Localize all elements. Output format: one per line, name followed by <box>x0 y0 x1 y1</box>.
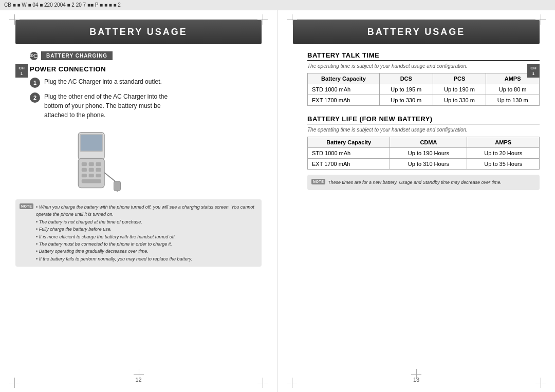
svg-rect-16 <box>82 179 101 183</box>
right-ch-indicator: CH 1 <box>527 64 540 78</box>
battery-life-subtitle: The operating time is subject to your ha… <box>307 127 540 133</box>
battery-life-title: BATTERY LIFE (FOR NEW BATTERY) <box>307 115 540 124</box>
talk-time-subtitle: The operating time is subject to your ha… <box>307 63 540 69</box>
right-corner-crosshair-tl <box>287 14 297 25</box>
step-2-text: Plug the other end of the AC Charger int… <box>44 92 168 120</box>
talk-row2-col1: EXT 1700 mAh <box>308 95 380 106</box>
right-ch-label: CH <box>527 65 540 71</box>
table-row: EXT 1700 mAh Up to 330 m Up to 330 m Up … <box>308 95 540 106</box>
power-connection-title: POWER CONNECTION <box>30 65 262 73</box>
svg-rect-10 <box>82 168 87 172</box>
right-ch-number: 1 <box>527 71 540 77</box>
talk-col-dcs: DCS <box>379 73 433 84</box>
left-page: BATTERY USAGE CH 1 BATTERY CHARGING POWE… <box>0 10 278 392</box>
corner-crosshair-br <box>257 378 268 388</box>
right-corner-crosshair-bl <box>287 378 297 388</box>
life-col-capacity: Battery Capacity <box>308 137 390 148</box>
left-header-title: BATTERY USAGE <box>89 27 188 38</box>
talk-row1-col1: STD 1000 mAh <box>308 84 380 95</box>
talk-col-pcs: PCS <box>433 73 486 84</box>
left-page-header: BATTERY USAGE <box>15 20 262 44</box>
battery-charging-badge: BATTERY CHARGING <box>41 51 113 60</box>
talk-row2-col3: Up to 330 m <box>433 95 486 106</box>
left-note-text: • When you charge the battery with the p… <box>36 203 256 263</box>
right-note-text: These times are for a new battery. Usage… <box>328 179 534 186</box>
svg-rect-1 <box>33 55 34 57</box>
right-page: BATTERY USAGE CH 1 BATTERY TALK TIME The… <box>278 10 555 392</box>
step-1: 1 Plug the AC Charger into a standard ou… <box>30 77 262 88</box>
phone-illustration <box>59 130 126 192</box>
right-note-label: NOTE <box>311 179 325 184</box>
life-row1-col1: STD 1000 mAh <box>308 148 390 159</box>
svg-rect-2 <box>31 55 32 57</box>
svg-rect-8 <box>89 162 94 166</box>
battery-charging-section: BATTERY CHARGING <box>30 51 262 60</box>
right-note-box: NOTE These times are for a new battery. … <box>307 175 540 190</box>
talk-row1-col3: Up to 190 m <box>433 84 486 95</box>
table-row: EXT 1700 mAh Up to 310 Hours Up to 35 Ho… <box>308 159 540 170</box>
talk-row2-col2: Up to 330 m <box>379 95 433 106</box>
step-2-number: 2 <box>30 92 40 103</box>
corner-crosshair-tl <box>9 14 20 25</box>
top-bar: CB ■ ■ W ■ 04 ■ 220 2004 ■ 2 20 7 ■■ P ■… <box>0 0 555 10</box>
life-col-cdma: CDMA <box>390 137 467 148</box>
svg-rect-14 <box>89 174 94 177</box>
svg-rect-18 <box>114 181 121 191</box>
talk-row2-col4: Up to 130 m <box>486 95 540 106</box>
right-corner-crosshair-tr <box>535 14 546 25</box>
svg-rect-12 <box>96 168 101 172</box>
left-ch-indicator: CH 1 <box>15 64 28 78</box>
life-row2-col2: Up to 310 Hours <box>390 159 467 170</box>
table-row: STD 1000 mAh Up to 195 m Up to 190 m Up … <box>308 84 540 95</box>
left-ch-label: CH <box>15 65 28 71</box>
corner-crosshair-tr <box>257 14 268 25</box>
top-bar-text: CB ■ ■ W ■ 04 ■ 220 2004 ■ 2 20 7 ■■ P ■… <box>4 2 121 8</box>
svg-rect-11 <box>89 168 94 172</box>
svg-line-17 <box>104 173 116 182</box>
talk-time-title: BATTERY TALK TIME <box>307 51 540 61</box>
left-ch-number: 1 <box>15 71 28 77</box>
right-corner-crosshair-br <box>535 378 546 388</box>
svg-rect-15 <box>96 174 101 177</box>
step-2: 2 Plug the other end of the AC Charger i… <box>30 92 262 120</box>
left-note-label: NOTE <box>20 203 33 209</box>
talk-row1-col2: Up to 195 m <box>379 84 433 95</box>
talk-time-table: Battery Capacity DCS PCS AMPS STD 1000 m… <box>307 73 540 106</box>
svg-rect-13 <box>82 174 87 177</box>
svg-rect-9 <box>96 162 101 166</box>
table-row: STD 1000 mAh Up to 190 Hours Up to 20 Ho… <box>308 148 540 159</box>
step-1-number: 1 <box>30 78 40 88</box>
right-page-number: 13 <box>413 377 419 383</box>
phone-image <box>41 127 144 194</box>
left-page-number: 12 <box>135 377 141 383</box>
svg-rect-7 <box>82 162 87 166</box>
svg-rect-5 <box>81 135 102 151</box>
talk-col-capacity: Battery Capacity <box>308 73 380 84</box>
corner-crosshair-bl <box>9 378 20 388</box>
life-col-amps: AMPS <box>467 137 540 148</box>
battery-life-table: Battery Capacity CDMA AMPS STD 1000 mAh … <box>307 137 540 170</box>
left-note-box: NOTE • When you charge the battery with … <box>15 199 262 267</box>
life-row1-col2: Up to 190 Hours <box>390 148 467 159</box>
right-page-header: BATTERY USAGE <box>293 20 540 44</box>
right-header-title: BATTERY USAGE <box>367 27 466 38</box>
life-row2-col3: Up to 35 Hours <box>467 159 540 170</box>
life-row2-col1: EXT 1700 mAh <box>308 159 390 170</box>
step-1-text: Plug the AC Charger into a standard outl… <box>44 77 162 86</box>
life-row1-col3: Up to 20 Hours <box>467 148 540 159</box>
battery-icon <box>30 52 38 60</box>
talk-row1-col4: Up to 80 m <box>486 84 540 95</box>
